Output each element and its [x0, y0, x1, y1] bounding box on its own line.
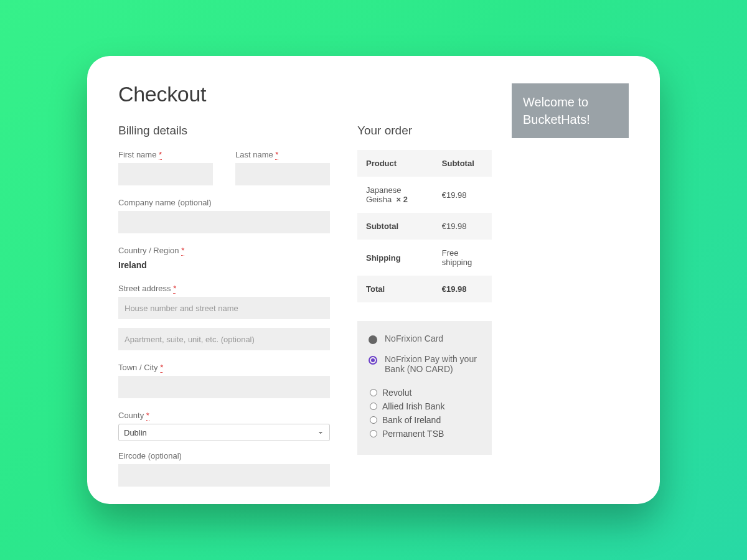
country-field: Country / Region * Ireland [118, 246, 330, 270]
page-title: Checkout [118, 82, 492, 106]
bank-list: Revolut Allied Irish Bank Bank of Irelan… [369, 388, 481, 439]
street-label: Street address * [118, 284, 330, 293]
county-select[interactable]: Dublin [118, 424, 330, 441]
checkout-card: Checkout Billing details First name * [87, 56, 660, 504]
bank-radio[interactable] [370, 430, 377, 437]
total-label: Total [357, 276, 433, 302]
last-name-input[interactable] [235, 163, 330, 185]
street2-field [118, 328, 330, 350]
first-name-input[interactable] [118, 163, 213, 185]
first-name-label-text: First name [118, 150, 156, 159]
sidebar: Welcome to BucketHats! [512, 82, 629, 504]
content-columns: Billing details First name * Last name [118, 124, 492, 499]
town-input[interactable] [118, 376, 330, 398]
required-mark: * [181, 246, 184, 256]
first-name-field: First name * [118, 150, 213, 185]
subtotal-label: Subtotal [357, 213, 433, 240]
billing-column: Billing details First name * Last name [118, 124, 330, 499]
company-input[interactable] [118, 211, 330, 233]
order-item-qty: × 2 [396, 195, 407, 204]
country-label-text: Country / Region [118, 246, 179, 255]
col-product: Product [357, 150, 433, 177]
name-row: First name * Last name * [118, 150, 330, 185]
payment-method-bank[interactable]: NoFrixion Pay with your Bank (NO CARD) [369, 354, 481, 374]
company-label: Company name (optional) [118, 198, 330, 207]
bank-label: Bank of Ireland [382, 415, 441, 425]
eircode-field: Eircode (optional) [118, 451, 330, 487]
town-field: Town / City * [118, 363, 330, 398]
bank-label: Permanent TSB [382, 429, 444, 439]
welcome-box: Welcome to BucketHats! [512, 83, 629, 138]
bank-option[interactable]: Permanent TSB [370, 429, 481, 439]
payment-method-label: NoFrixion Pay with your Bank (NO CARD) [385, 354, 481, 374]
county-label-text: County [118, 411, 144, 420]
eircode-input[interactable] [118, 464, 330, 487]
town-label-text: Town / City [118, 363, 158, 372]
shipping-label: Shipping [357, 240, 433, 276]
first-name-label: First name * [118, 150, 213, 159]
radio-icon [369, 356, 377, 365]
bank-option[interactable]: Bank of Ireland [370, 415, 481, 425]
order-table: Product Subtotal Japanese Geisha × 2 €19… [357, 150, 492, 302]
county-label: County * [118, 411, 330, 420]
payment-method-label: NoFrixion Card [385, 334, 443, 343]
last-name-field: Last name * [235, 150, 330, 185]
bank-label: Allied Irish Bank [382, 401, 444, 411]
bank-radio[interactable] [370, 403, 377, 410]
order-column: Your order Product Subtotal Japanese [357, 124, 492, 499]
country-value: Ireland [118, 260, 330, 270]
main-column: Checkout Billing details First name * [118, 82, 492, 504]
billing-heading: Billing details [118, 124, 330, 138]
subtotal-value: €19.98 [433, 213, 492, 240]
order-item-row: Japanese Geisha × 2 €19.98 [357, 177, 492, 213]
order-item-subtotal: €19.98 [433, 177, 492, 213]
company-field: Company name (optional) [118, 198, 330, 233]
street2-input[interactable] [118, 328, 330, 350]
country-label: Country / Region * [118, 246, 330, 255]
last-name-label: Last name * [235, 150, 330, 159]
required-mark: * [160, 363, 163, 373]
required-mark: * [173, 284, 176, 294]
card-inner: Checkout Billing details First name * [87, 56, 660, 504]
required-mark: * [159, 150, 162, 160]
county-field: County * Dublin [118, 411, 330, 441]
street-input[interactable] [118, 297, 330, 319]
bank-label: Revolut [382, 388, 411, 398]
town-label: Town / City * [118, 363, 330, 372]
bank-option[interactable]: Allied Irish Bank [370, 401, 481, 411]
required-mark: * [146, 411, 149, 421]
total-value: €19.98 [433, 276, 492, 302]
shipping-value: Free shipping [433, 240, 492, 276]
bank-radio[interactable] [370, 416, 377, 424]
order-item-name-cell: Japanese Geisha × 2 [357, 177, 433, 213]
payment-box: NoFrixion Card NoFrixion Pay with your B… [357, 321, 492, 455]
street-field: Street address * [118, 284, 330, 319]
radio-icon [369, 335, 377, 344]
col-subtotal: Subtotal [433, 150, 492, 177]
order-heading: Your order [357, 124, 492, 138]
required-mark: * [275, 150, 278, 160]
bank-radio[interactable] [370, 389, 377, 396]
payment-method-card[interactable]: NoFrixion Card [369, 334, 481, 344]
bank-option[interactable]: Revolut [370, 388, 481, 398]
eircode-label: Eircode (optional) [118, 451, 330, 460]
last-name-label-text: Last name [235, 150, 273, 159]
street-label-text: Street address [118, 284, 171, 293]
